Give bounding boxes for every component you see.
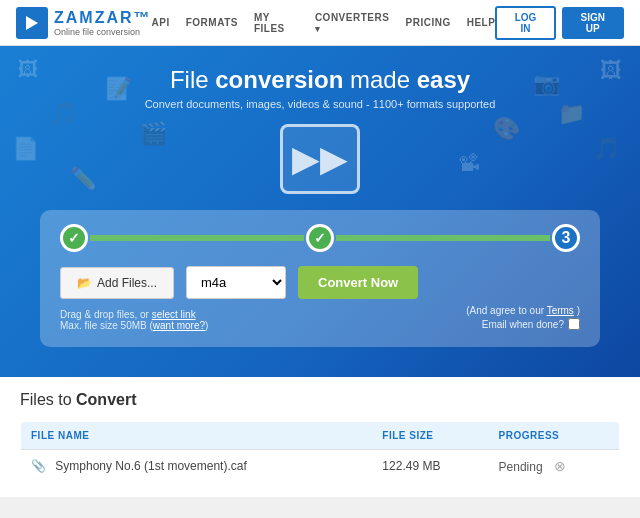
- steps-bar: ✓ ✓ 3 📂 Add Files... m4a mp3 wav flac og: [40, 210, 600, 347]
- col-filename: FILE NAME: [21, 422, 373, 450]
- center-logo: ▶▶: [30, 124, 610, 194]
- step-1-circle: ✓: [60, 224, 88, 252]
- logo-area: ZAMZAR™ Online file conversion: [16, 7, 152, 39]
- sketch-box: ▶▶: [280, 124, 360, 194]
- header-buttons: LOG IN SIGN UP: [495, 6, 624, 40]
- logo-sub: Online file conversion: [54, 27, 152, 37]
- bottom-right: (And agree to our Terms ) Email when don…: [320, 303, 580, 330]
- file-name-cell: 📎 Symphony No.6 (1st movement).caf: [21, 450, 373, 483]
- want-more-link[interactable]: want more?: [153, 320, 205, 331]
- login-button[interactable]: LOG IN: [495, 6, 555, 40]
- controls-row: 📂 Add Files... m4a mp3 wav flac ogg Conv…: [60, 266, 580, 299]
- email-label: Email when done?: [482, 319, 564, 330]
- add-files-icon: 📂: [77, 276, 92, 290]
- bottom-controls: Drag & drop files, or select link Max. f…: [60, 303, 580, 331]
- terms-link[interactable]: Terms: [547, 305, 574, 316]
- file-status-cell: Pending ⊗: [489, 450, 620, 483]
- logo-icon: [16, 7, 48, 39]
- signup-button[interactable]: SIGN UP: [562, 7, 624, 39]
- header: ZAMZAR™ Online file conversion API FORMA…: [0, 0, 640, 46]
- convert-now-button[interactable]: Convert Now: [298, 266, 418, 299]
- table-row: 📎 Symphony No.6 (1st movement).caf 122.4…: [21, 450, 620, 483]
- step-2-circle: ✓: [306, 224, 334, 252]
- bottom-left: Drag & drop files, or select link Max. f…: [60, 303, 320, 331]
- step-3-circle: 3: [552, 224, 580, 252]
- hero-subtitle: Convert documents, images, videos & soun…: [30, 98, 610, 110]
- email-checkbox[interactable]: [568, 318, 580, 330]
- email-row: Email when done?: [320, 318, 580, 330]
- file-size-cell: 122.49 MB: [372, 450, 488, 483]
- step-2-check: ✓: [314, 230, 326, 246]
- step-3-label: 3: [562, 229, 571, 247]
- terms-text: (And agree to our Terms ): [320, 303, 580, 318]
- nav-converters[interactable]: CONVERTERS: [315, 12, 390, 34]
- nav-help[interactable]: HELP: [467, 17, 496, 28]
- step-1-check: ✓: [68, 230, 80, 246]
- main-nav: API FORMATS MY FILES CONVERTERS PRICING …: [152, 12, 496, 34]
- logo-text-area: ZAMZAR™ Online file conversion: [54, 9, 152, 37]
- step-line-1: [90, 235, 304, 241]
- logo-name: ZAMZAR™: [54, 9, 152, 27]
- select-link[interactable]: select link: [152, 309, 196, 320]
- drag-drop-text: Drag & drop files, or select link Max. f…: [60, 309, 320, 331]
- hero-title: File conversion made easy: [30, 66, 610, 94]
- nav-myfiles[interactable]: MY FILES: [254, 12, 299, 34]
- files-table: FILE NAME FILE SIZE PROGRESS 📎 Symphony …: [20, 421, 620, 483]
- progress-line: ✓ ✓ 3: [60, 224, 580, 252]
- format-select[interactable]: m4a mp3 wav flac ogg: [186, 266, 286, 299]
- hero-section: 🖼 🎵 📄 ✏️ 📝 🎬 🖼 📁 🎵 📷 🎨 📽 File conversion…: [0, 46, 640, 377]
- col-filesize: FILE SIZE: [372, 422, 488, 450]
- sketch-arrow: ▶▶: [292, 138, 348, 180]
- remove-file-icon[interactable]: ⊗: [554, 458, 566, 474]
- files-section: Files to Convert FILE NAME FILE SIZE PRO…: [0, 377, 640, 497]
- nav-pricing[interactable]: PRICING: [406, 17, 451, 28]
- files-title: Files to Convert: [20, 391, 620, 409]
- step-line-2: [336, 235, 550, 241]
- file-name: Symphony No.6 (1st movement).caf: [55, 459, 246, 473]
- file-icon: 📎: [31, 459, 46, 473]
- nav-formats[interactable]: FORMATS: [186, 17, 238, 28]
- svg-marker-0: [26, 16, 38, 30]
- status-pending: Pending: [499, 460, 543, 474]
- nav-api[interactable]: API: [152, 17, 170, 28]
- table-header-row: FILE NAME FILE SIZE PROGRESS: [21, 422, 620, 450]
- col-progress: PROGRESS: [489, 422, 620, 450]
- add-files-button[interactable]: 📂 Add Files...: [60, 267, 174, 299]
